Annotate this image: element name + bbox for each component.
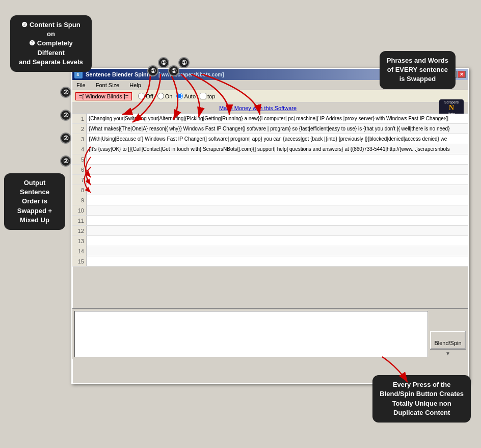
row-number-9: 9	[72, 195, 87, 205]
menu-help[interactable]: Help	[127, 81, 143, 89]
menu-file[interactable]: File	[74, 81, 88, 89]
window-title: Sentence Blender Spinner	[86, 71, 155, 77]
radio-on[interactable]: On	[157, 93, 173, 99]
table-row: 4 {It's {easy|OK} to |}{Call|Contact|Get…	[72, 144, 468, 154]
side-circle-4: ②	[60, 155, 71, 167]
table-area: 1 {Changing your|Switching your|Alternat…	[72, 114, 468, 308]
toolbar-row: =[ Window Blinds ]= Off On Auto top	[72, 90, 468, 102]
row-number-2: 2	[72, 124, 87, 134]
tooltip-circle-1: ❷	[21, 21, 28, 29]
row-number-6: 6	[72, 165, 87, 174]
table-row: 3 {With|Using|Because of} Windows Fast I…	[72, 134, 468, 144]
checkbox-top[interactable]: top	[200, 93, 215, 99]
table-row: 14	[72, 246, 468, 256]
radio-off[interactable]: Off	[138, 93, 153, 99]
table-row: 11	[72, 216, 468, 226]
table-row: 10	[72, 205, 468, 216]
table-row: 9	[72, 195, 468, 205]
table-row: 6	[72, 165, 468, 175]
row-content-2: {What makes|{The|One|A} reason|{ why}} W…	[87, 126, 468, 131]
table-row: 2 {What makes|{The|One|A} reason|{ why}}…	[72, 124, 468, 134]
top-circle-1: ①	[147, 65, 158, 76]
link-bar: Make Money with this Software Scrapers N…	[72, 102, 468, 114]
table-row: 12	[72, 226, 468, 236]
row-number-7: 7	[72, 175, 87, 185]
table-row: 15	[72, 256, 468, 267]
svg-text:S: S	[76, 72, 79, 77]
row-number-12: 12	[72, 226, 87, 235]
row-number-3: 3	[72, 134, 87, 144]
tooltip-blend-spin: Every Press of the Blend/Spin Button Cre…	[372, 375, 471, 423]
menu-fontsize[interactable]: Font Size	[94, 81, 121, 89]
blend-spin-button[interactable]: Blend/Spin	[430, 331, 466, 349]
output-textarea[interactable]	[74, 311, 428, 357]
table-row: 5	[72, 154, 468, 165]
row-content-3: {With|Using|Because of} Windows Fast IP …	[87, 136, 468, 142]
make-money-link[interactable]: Make Money with this Software	[219, 105, 297, 111]
row-number-13: 13	[72, 236, 87, 246]
tooltip-content-spun: ❷ Content is Spun on ❷ Completely Differ…	[10, 15, 92, 72]
row-number-8: 8	[72, 185, 87, 195]
row-number-15: 15	[72, 256, 87, 266]
table-row: 13	[72, 236, 468, 246]
row-content-1: {Changing your|Switching your|Alternatin…	[87, 116, 468, 121]
top-circle-2: ①	[158, 57, 169, 68]
side-circle-3: ②	[60, 133, 71, 144]
row-number-5: 5	[72, 154, 87, 164]
close-button[interactable]: ✕	[458, 71, 466, 78]
row-number-1: 1	[72, 114, 87, 123]
bottom-area: Blend/Spin ▼	[72, 308, 468, 359]
table-row: 7	[72, 175, 468, 185]
top-circle-3: ①	[168, 65, 179, 76]
side-circle-2: ②	[60, 110, 71, 121]
top-circle-4: ①	[178, 57, 190, 68]
tooltip-phrases-swapped: Phrases and Words of EVERY sentence is S…	[380, 51, 456, 89]
row-number-14: 14	[72, 246, 87, 256]
radio-group: Off On Auto top	[138, 93, 215, 99]
side-circle-1: ②	[60, 87, 71, 98]
row-number-10: 10	[72, 205, 87, 215]
tooltip-sentence-order: Output Sentence Order is Swapped + Mixed…	[4, 173, 65, 230]
table-row: 1 {Changing your|Switching your|Alternat…	[72, 114, 468, 124]
radio-auto[interactable]: Auto	[176, 93, 196, 99]
row-number-11: 11	[72, 216, 87, 225]
table-row: 8	[72, 185, 468, 195]
window-blinds-label: =[ Window Blinds ]=	[75, 92, 132, 100]
row-content-4: {It's {easy|OK} to |}{Call|Contact|Get i…	[87, 146, 468, 152]
tooltip-circle-2: ❷	[29, 39, 35, 47]
content-area: 1 {Changing your|Switching your|Alternat…	[72, 114, 468, 359]
main-window: S Sentence Blender Spinner [ www.scraper…	[71, 68, 469, 384]
row-number-4: 4	[72, 144, 87, 154]
